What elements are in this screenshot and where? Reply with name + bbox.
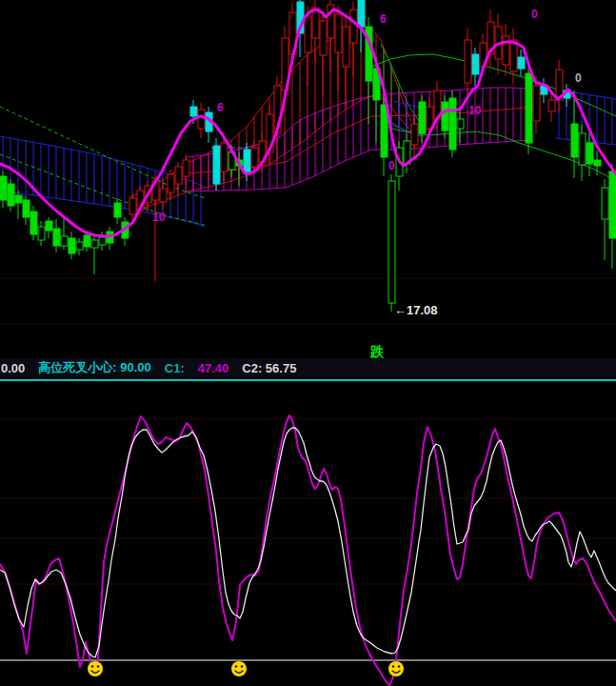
candle-body <box>38 227 45 240</box>
indicator-status-bar: 0.00 高位死叉小心: 90.00 C1: 47.40 C2: 56.75 <box>0 358 616 377</box>
candle-body <box>449 98 456 150</box>
candle-body <box>168 174 174 192</box>
candle-body <box>548 100 555 111</box>
candle-body <box>381 105 387 157</box>
candle-body <box>518 57 525 69</box>
candle-body <box>320 21 327 55</box>
candle-body <box>76 242 83 250</box>
chart-label: ←17.08 <box>394 303 438 317</box>
candle-body <box>213 146 220 184</box>
candle-body <box>343 27 349 67</box>
candle-body <box>84 235 90 247</box>
candle-body <box>114 203 121 217</box>
status-left-value: 0.00 <box>1 361 25 375</box>
main-chart-canvas[interactable]: 610601000←17.08跌 <box>0 0 616 358</box>
candle-body <box>23 200 30 217</box>
candle-body <box>198 110 205 129</box>
candle-body <box>465 40 471 83</box>
chart-label: 6 <box>380 12 387 26</box>
chart-label: 10 <box>468 104 482 117</box>
candle-body <box>472 54 479 74</box>
candle-body <box>190 107 197 116</box>
candle-body <box>510 40 517 71</box>
chart-label: 0 <box>575 71 582 85</box>
candle-body <box>457 119 464 129</box>
candle-body <box>533 86 540 121</box>
chart-label: 0 <box>531 8 538 21</box>
candle-body <box>586 143 593 164</box>
status-c2-value: C2: 56.75 <box>242 361 296 375</box>
candle-body <box>358 0 365 27</box>
candle-body <box>594 160 601 166</box>
candle-body <box>335 14 342 52</box>
trading-app-window: 610601000←17.08跌 0.00 高位死叉小心: 90.00 C1: … <box>0 0 616 686</box>
candle-body <box>91 240 98 248</box>
candle-body <box>388 181 395 303</box>
candle-body <box>312 8 319 38</box>
candle-body <box>53 229 60 246</box>
chart-label: 0 <box>388 159 395 172</box>
candle-body <box>442 102 448 131</box>
candle-body <box>602 188 608 219</box>
candle-body <box>61 236 68 246</box>
smiley-marker <box>88 661 103 676</box>
candle-body <box>99 237 106 245</box>
candle-body <box>350 10 357 43</box>
candle-body <box>526 73 532 143</box>
osc-line-c2 <box>0 428 616 657</box>
candle-body <box>183 160 189 176</box>
chart-label: 6 <box>217 101 224 114</box>
candle-body <box>609 172 616 238</box>
osc-line-c1 <box>0 415 616 685</box>
candle-body <box>411 124 418 145</box>
candle-body <box>419 102 426 133</box>
main-candlestick-chart[interactable]: 610601000←17.08跌 <box>0 0 616 358</box>
candle-body <box>305 17 311 52</box>
candle-body <box>251 148 258 167</box>
oscillator-chart-canvas[interactable] <box>0 381 616 686</box>
candle-body <box>221 143 228 172</box>
candle-body <box>579 133 586 165</box>
chart-label: 跌 <box>369 344 385 358</box>
status-alert-text: 高位死叉小心: 90.00 <box>38 359 150 376</box>
smiley-marker <box>388 661 404 676</box>
chart-label: 10 <box>152 211 166 224</box>
candle-body <box>30 212 37 234</box>
candle-body <box>15 195 22 203</box>
smiley-marker <box>231 661 247 676</box>
candle-body <box>8 184 14 206</box>
oscillator-indicator-chart[interactable] <box>0 381 616 686</box>
candle-body <box>129 198 136 214</box>
candle-body <box>46 221 52 231</box>
candle-body <box>160 189 167 202</box>
status-c1-label: C1: <box>165 361 185 375</box>
status-c1-value: 47.40 <box>198 361 229 375</box>
candle-body <box>69 238 75 253</box>
candle-body <box>571 124 578 157</box>
candle-body <box>175 167 182 184</box>
candle-body <box>0 176 7 200</box>
candle-body <box>244 150 250 173</box>
